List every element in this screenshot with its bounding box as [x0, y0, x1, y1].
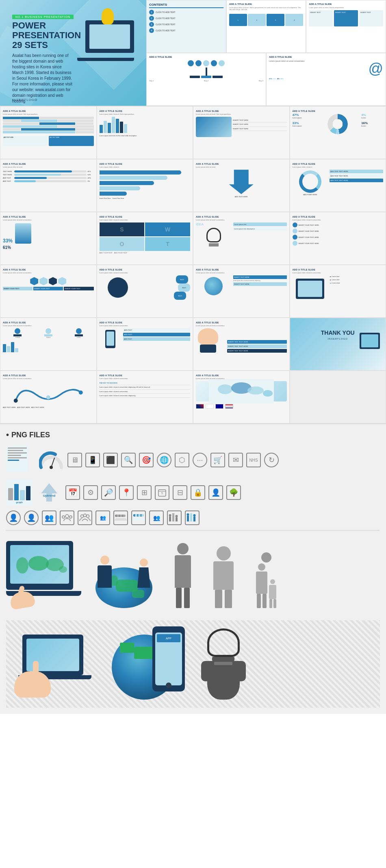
svg-point-43: [193, 514, 196, 517]
svg-point-7: [263, 390, 273, 397]
svg-rect-33: [172, 515, 174, 521]
share-icon: ⬡: [175, 453, 189, 467]
calendar2-icon: 5: [155, 485, 169, 500]
second-illustration-row: APP: [6, 620, 380, 708]
globe-icon: 🌐: [157, 453, 171, 467]
tree-visual: INSERT TEXT HERE INSERT TEXT HERE INSERT…: [196, 117, 287, 137]
phone-shape: [105, 330, 115, 348]
svg-rect-34: [176, 517, 178, 521]
hand-big-layout: INSERT TEXT TEXT HERE INSERT TEXT TEXT H…: [196, 328, 287, 353]
box-list: INSERT TEXT INSERT TEXT INSERT TEXT: [309, 10, 383, 26]
nhs-icon: NHS: [246, 453, 261, 467]
arrow-up-colored-icon: Uptrend: [36, 479, 62, 506]
bar-chart-5: [100, 117, 191, 133]
person-standing-illustration: [167, 537, 199, 608]
idea-bulb: [206, 228, 222, 248]
svg-point-6: [247, 386, 264, 395]
ribbon-arrows: [100, 170, 191, 196]
svg-point-25: [123, 515, 126, 517]
person-with-baby: [248, 537, 284, 608]
slide-row-top: CONTENTS 1 CLICK TO ADD TEXT 2 CLICK TO …: [146, 0, 386, 53]
slides-grid: ADD A TITLE SLIDE Lorem ipsum dolor sit …: [0, 106, 386, 423]
woman-figure: [137, 558, 150, 588]
stacked-pct: 33%: [3, 223, 94, 244]
flag-au: [215, 404, 223, 409]
group-5-icon: 👥: [95, 510, 110, 525]
laptop-base: [77, 58, 134, 61]
content-item-3: 3 CLICK TO ADD TEXT: [149, 22, 223, 27]
silhouette-person: [207, 537, 240, 608]
search-icon: 🔍: [121, 453, 136, 467]
content-item-1: 1 CLICK TO ADD TEXT: [149, 10, 223, 15]
svg-point-48: [59, 566, 67, 573]
top-section: NO.1 BUSINESS PRESENTATION POWERPRESENTA…: [0, 0, 386, 106]
slide-thumb-empty: [290, 371, 386, 423]
svg-point-36: [172, 513, 175, 515]
svg-point-46: [28, 556, 49, 571]
slide-thumb-14: ADD A TITLE SLIDE Lorem ipsum dolor sit …: [193, 212, 290, 265]
swot-o: O: [100, 237, 145, 251]
slide-thumb-thankyou: THANK YOU INSERTLOGO: [290, 318, 386, 371]
flag-uk: [196, 404, 204, 409]
png-title: PNG FILES: [6, 430, 380, 440]
hero-illustration: [77, 8, 142, 65]
svg-point-15: [62, 516, 65, 518]
mini-slide-tree-title: ADD A TITLE SLIDE: [149, 56, 263, 58]
svg-point-4: [218, 384, 232, 394]
slide-thumb-11: ADD A TITLE SLIDE Lorem ipsum dolor sit …: [290, 159, 386, 212]
bar-chart-colored-icon: graph: [6, 479, 33, 506]
svg-rect-40: [193, 517, 195, 521]
icon-row-1: 🖥 📱 ⬛ 🔍 🎯 🌐 ⬡ ··· 🛒 ✉ NHS ↻: [6, 446, 380, 474]
svg-point-17: [81, 515, 84, 518]
slide-thumb-10: ADD A TITLE SLIDE Lorem ipsum dolor sit …: [193, 159, 290, 212]
hand-tablet-layout: ☁ Lorem text ☁ Lorem text 📊 Lorem text: [293, 275, 384, 302]
group-3-icon: [60, 510, 74, 525]
slide-thumb-12: ADD A TITLE SLIDE Lorem ipsum dolor sit …: [0, 212, 97, 265]
svg-point-31: [141, 514, 144, 517]
tablet-icon: ⬛: [103, 453, 118, 467]
slide-thumb-16: ADD A TITLE SLIDE Lorem ipsum dolor sit …: [0, 265, 97, 318]
target-icon: 🎯: [139, 453, 154, 467]
pointing-hand: [10, 584, 43, 608]
slide-thumb-9: ADD A TITLE SLIDE Lorem ipsum dolor sit …: [97, 159, 193, 212]
svg-point-45: [16, 557, 28, 574]
swot-t: T: [145, 237, 190, 251]
section-divider: [6, 530, 380, 531]
hero-badge: NO.1 BUSINESS PRESENTATION: [12, 15, 74, 19]
slide-thumb-18: ADD A TITLE SLIDE Lorem ipsum dolor sit …: [193, 265, 290, 318]
gauge-colored-icon: [38, 447, 64, 473]
svg-rect-32: [169, 517, 171, 521]
clipboard-colored-icon: [6, 446, 35, 474]
svg-text:Uptrend: Uptrend: [43, 494, 55, 497]
settings-icon: ⚙: [83, 485, 98, 500]
calendar-icon: 📅: [65, 485, 80, 500]
flag-us: [225, 404, 233, 409]
svg-point-0: [14, 399, 18, 403]
map-pin-icon: 📍: [119, 485, 134, 500]
hand-screen-illustration: [14, 635, 95, 700]
slide-thumb-6: ADD A TITLE SLIDE Lorem ipsum dolor sit …: [193, 106, 290, 159]
lightbulb-icon: [102, 8, 114, 24]
email-icon: ✉: [228, 453, 243, 467]
head-silhouette: [108, 277, 128, 298]
cycle-wheel: [299, 170, 321, 193]
at-layout: Lorem ipsum dolor sit amet consectetur. …: [269, 60, 383, 76]
group-2-icon: 👥: [42, 510, 56, 525]
slide-thumb-24: ADD A TITLE SLIDE Lorem ipsum dolor sit …: [97, 371, 193, 423]
head-lightbulb-illustration: [193, 628, 258, 700]
svg-point-41: [187, 513, 189, 516]
phone-slide-layout: ADD TEXT ADD TEXT ADD TEXT: [100, 328, 191, 350]
dots-icon: ···: [193, 453, 207, 467]
slide-thumb-17: ADD A TITLE SLIDE Lorem ipsum dolor sit …: [97, 265, 193, 318]
right-slides: CONTENTS 1 CLICK TO ADD TEXT 2 CLICK TO …: [146, 0, 386, 106]
slide-thumb-19: ADD A TITLE SLIDE Lorem ipsum dolor sit …: [290, 265, 386, 318]
svg-point-23: [117, 515, 119, 517]
large-illustrations-row: [6, 537, 380, 608]
slide-thumb-5: ADD A TITLE SLIDE Lorem ipsum dolor sit …: [97, 106, 193, 159]
contents-slide: CONTENTS 1 CLICK TO ADD TEXT 2 CLICK TO …: [146, 0, 226, 53]
flag-kr: [206, 404, 214, 409]
group-4-icon: [78, 510, 92, 525]
phone-large-illustration: APP: [152, 626, 185, 691]
svg-point-16: [69, 516, 72, 518]
laptop-screen: [89, 24, 130, 49]
